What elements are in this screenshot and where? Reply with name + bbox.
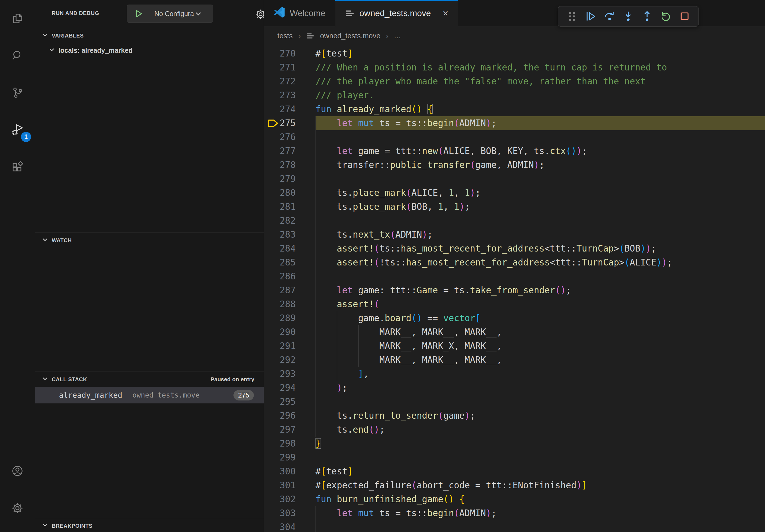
debug-configure-gear-icon[interactable] bbox=[254, 8, 264, 21]
line-number[interactable]: 295 bbox=[264, 395, 296, 409]
line-number[interactable]: 285 bbox=[264, 256, 296, 269]
code-line-302[interactable]: 302fun burn_unfinished_game() { bbox=[264, 492, 765, 506]
step-over-icon[interactable] bbox=[602, 9, 616, 23]
line-text[interactable]: ], bbox=[316, 367, 765, 381]
line-number[interactable]: 299 bbox=[264, 450, 296, 464]
code-line-289[interactable]: 289 game.board() == vector[ bbox=[264, 311, 765, 325]
line-text[interactable]: #[test] bbox=[316, 464, 765, 478]
line-number[interactable]: 278 bbox=[264, 158, 296, 172]
line-text[interactable]: let game = ttt::new(ALICE, BOB, KEY, ts.… bbox=[316, 144, 765, 158]
line-number[interactable]: 280 bbox=[264, 186, 296, 200]
code-line-271[interactable]: 271/// When a position is already marked… bbox=[264, 61, 765, 75]
line-text[interactable]: /// When a position is already marked, t… bbox=[316, 61, 765, 75]
line-number[interactable]: 277 bbox=[264, 144, 296, 158]
code-line-304[interactable]: 304 bbox=[264, 520, 765, 532]
line-number[interactable]: 276 bbox=[264, 130, 296, 144]
line-number[interactable]: 294 bbox=[264, 381, 296, 395]
code-line-286[interactable]: 286 bbox=[264, 269, 765, 283]
line-number[interactable]: 281 bbox=[264, 200, 296, 214]
line-text[interactable]: let mut ts = ts::begin(ADMIN); bbox=[316, 506, 765, 520]
sidebar-item-extensions[interactable] bbox=[0, 149, 35, 186]
line-number[interactable]: 284 bbox=[264, 242, 296, 256]
line-number[interactable]: 302 bbox=[264, 492, 296, 506]
code-line-278[interactable]: 278 transfer::public_transfer(game, ADMI… bbox=[264, 158, 765, 172]
line-number[interactable]: 282 bbox=[264, 214, 296, 228]
line-text[interactable]: ts.place_mark(ALICE, 1, 1); bbox=[316, 186, 765, 200]
line-text[interactable] bbox=[316, 450, 765, 464]
debug-start-icon[interactable] bbox=[127, 5, 150, 23]
code-line-297[interactable]: 297 ts.end(); bbox=[264, 423, 765, 437]
line-text[interactable] bbox=[316, 214, 765, 228]
code-line-294[interactable]: 294 ); bbox=[264, 381, 765, 395]
sidebar-item-run-and-debug[interactable]: 1 bbox=[0, 112, 35, 149]
step-out-icon[interactable] bbox=[640, 9, 654, 23]
line-number[interactable]: 300 bbox=[264, 464, 296, 478]
line-number[interactable]: 270 bbox=[264, 47, 296, 61]
line-number[interactable]: 272 bbox=[264, 75, 296, 89]
manage-button[interactable] bbox=[0, 490, 35, 527]
code-line-303[interactable]: 303 let mut ts = ts::begin(ADMIN); bbox=[264, 506, 765, 520]
code-line-283[interactable]: 283 ts.next_tx(ADMIN); bbox=[264, 228, 765, 242]
line-number[interactable]: 303 bbox=[264, 506, 296, 520]
line-number[interactable]: 304 bbox=[264, 520, 296, 532]
debug-launch-dropdown[interactable]: No Configura bbox=[127, 5, 213, 23]
code-line-284[interactable]: 284 assert!(ts::has_most_recent_for_addr… bbox=[264, 242, 765, 256]
line-text[interactable]: /// player. bbox=[316, 89, 765, 102]
line-text[interactable]: fun already_marked() { bbox=[316, 102, 765, 116]
sidebar-item-source-control[interactable] bbox=[0, 75, 35, 112]
line-number[interactable]: 288 bbox=[264, 297, 296, 311]
line-text[interactable]: let mut ts = ts::begin(ADMIN); bbox=[316, 116, 765, 130]
line-text[interactable]: ts.place_mark(BOB, 1, 1); bbox=[316, 200, 765, 214]
line-number[interactable]: 287 bbox=[264, 283, 296, 297]
code-line-282[interactable]: 282 bbox=[264, 214, 765, 228]
tab-owned-tests-move[interactable]: owned_tests.move × bbox=[335, 0, 458, 27]
line-number[interactable]: 298 bbox=[264, 437, 296, 450]
line-text[interactable]: MARK__, MARK__, MARK__, bbox=[316, 353, 765, 367]
variables-scope-locals[interactable]: locals: already_marked bbox=[35, 43, 264, 58]
line-number[interactable]: 292 bbox=[264, 353, 296, 367]
breakpoints-section-header[interactable]: BREAKPOINTS bbox=[35, 518, 264, 532]
line-number[interactable]: 297 bbox=[264, 423, 296, 437]
line-text[interactable] bbox=[316, 269, 765, 283]
line-number[interactable]: 293 bbox=[264, 367, 296, 381]
stop-icon[interactable] bbox=[678, 9, 692, 23]
sidebar-item-search[interactable] bbox=[0, 37, 35, 75]
code-line-279[interactable]: 279 bbox=[264, 172, 765, 186]
line-text[interactable]: #[expected_failure(abort_code = ttt::ENo… bbox=[316, 478, 765, 492]
watch-section-header[interactable]: WATCH bbox=[35, 233, 264, 248]
code-line-274[interactable]: 274fun already_marked() { bbox=[264, 102, 765, 116]
line-number[interactable]: 296 bbox=[264, 409, 296, 423]
code-line-293[interactable]: 293 ], bbox=[264, 367, 765, 381]
breadcrumb-folder[interactable]: tests bbox=[278, 32, 293, 40]
line-number[interactable]: 291 bbox=[264, 339, 296, 353]
line-text[interactable]: let game: ttt::Game = ts.take_from_sende… bbox=[316, 283, 765, 297]
line-text[interactable] bbox=[316, 130, 765, 144]
call-stack-section-header[interactable]: CALL STACK Paused on entry bbox=[35, 372, 264, 387]
drag-handle-icon[interactable] bbox=[565, 9, 579, 23]
line-text[interactable]: assert!(!ts::has_most_recent_for_address… bbox=[316, 256, 765, 269]
variables-section-header[interactable]: VARIABLES bbox=[35, 28, 264, 43]
line-number[interactable]: 290 bbox=[264, 325, 296, 339]
code-line-299[interactable]: 299 bbox=[264, 450, 765, 464]
line-text[interactable]: assert!(ts::has_most_recent_for_address<… bbox=[316, 242, 765, 256]
line-text[interactable]: ts.return_to_sender(game); bbox=[316, 409, 765, 423]
code-line-276[interactable]: 276 bbox=[264, 130, 765, 144]
line-number[interactable]: 286 bbox=[264, 269, 296, 283]
account-button[interactable] bbox=[0, 453, 35, 490]
line-text[interactable]: fun burn_unfinished_game() { bbox=[316, 492, 765, 506]
line-number[interactable]: 271 bbox=[264, 61, 296, 75]
breadcrumb-file[interactable]: owned_tests.move bbox=[320, 32, 381, 40]
code-line-288[interactable]: 288 assert!( bbox=[264, 297, 765, 311]
code-line-270[interactable]: 270#[test] bbox=[264, 47, 765, 61]
code-line-295[interactable]: 295 bbox=[264, 395, 765, 409]
code-line-296[interactable]: 296 ts.return_to_sender(game); bbox=[264, 409, 765, 423]
line-text[interactable]: ts.next_tx(ADMIN); bbox=[316, 228, 765, 242]
code-line-273[interactable]: 273/// player. bbox=[264, 89, 765, 102]
line-text[interactable] bbox=[316, 172, 765, 186]
line-text[interactable]: } bbox=[316, 437, 765, 450]
line-text[interactable] bbox=[316, 395, 765, 409]
step-into-icon[interactable] bbox=[621, 9, 635, 23]
code-area[interactable]: 270#[test]271/// When a position is alre… bbox=[264, 45, 765, 532]
close-icon[interactable]: × bbox=[443, 9, 448, 18]
line-text[interactable]: MARK__, MARK_X, MARK__, bbox=[316, 339, 765, 353]
